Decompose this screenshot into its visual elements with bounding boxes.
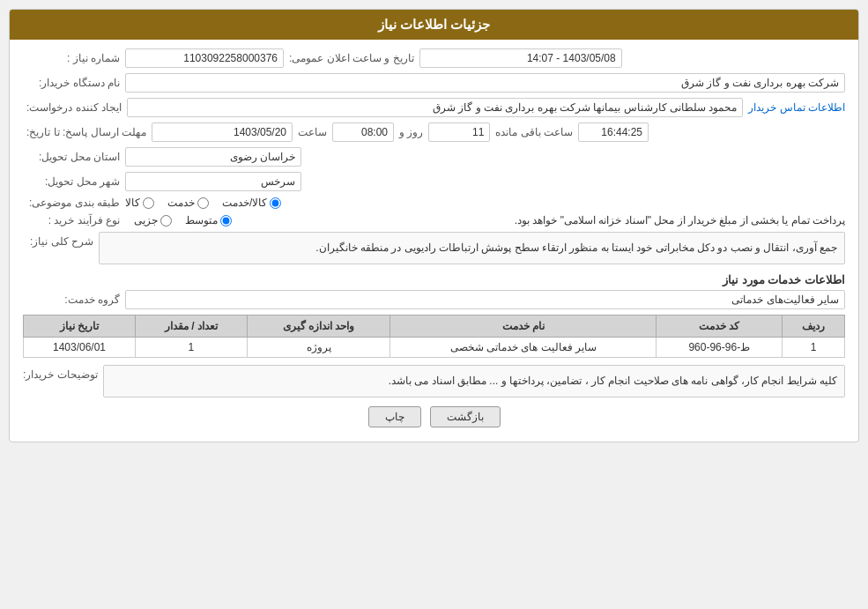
requester-label: ایجاد کننده درخواست: bbox=[23, 101, 122, 114]
reply-days: 11 bbox=[428, 123, 490, 142]
category-radio-group: کالا/خدمت خدمت کالا bbox=[125, 197, 281, 209]
delivery-city-value: سرخس bbox=[125, 172, 301, 191]
reply-deadline-label: مهلت ارسال پاسخ: تا تاریخ: bbox=[23, 126, 146, 138]
service-group-value: سایر فعالیت‌های خدماتی bbox=[125, 290, 845, 309]
request-number-label: شماره نیاز : bbox=[23, 52, 120, 64]
buyer-org-value: شرکت بهره برداری نفت و گاز شرق bbox=[125, 73, 845, 93]
category-option-kala-khadamat[interactable]: کالا/خدمت bbox=[222, 197, 281, 209]
delivery-city-label: شهر محل تحویل: bbox=[23, 175, 120, 188]
col-header-service-code: کد خدمت bbox=[657, 316, 783, 338]
announcement-value: 1403/05/08 - 14:07 bbox=[419, 48, 622, 68]
general-desc-value: جمع آوری، انتقال و نصب دو دکل مخابراتی خ… bbox=[99, 232, 845, 264]
category-label: طبقه بندی موضوعی: bbox=[23, 197, 120, 209]
buyer-notes-label: توضیحات خریدار: bbox=[23, 365, 98, 381]
category-label-kala-khadamat: کالا/خدمت bbox=[222, 197, 267, 209]
back-button[interactable]: بازگشت bbox=[430, 406, 501, 427]
col-header-date: تاریخ نیاز bbox=[24, 316, 136, 338]
purchase-type-radio-medium[interactable] bbox=[220, 215, 232, 227]
col-header-row-num: ردیف bbox=[783, 316, 845, 338]
reply-time: 08:00 bbox=[332, 123, 394, 142]
buyer-notes-value: کلیه شرایط انجام کار، گواهی نامه های صلا… bbox=[103, 365, 845, 397]
purchase-type-option-medium[interactable]: متوسط bbox=[185, 214, 232, 227]
request-number-value: 1103092258000376 bbox=[125, 48, 284, 68]
requester-value: محمود سلطانی کارشناس بیمانها شرکت بهره ب… bbox=[127, 98, 743, 117]
remaining-time: 16:44:25 bbox=[578, 123, 649, 142]
purchase-type-label-medium: متوسط bbox=[185, 214, 218, 227]
reply-date: 1403/05/20 bbox=[152, 123, 293, 142]
category-label-khadamat: خدمت bbox=[167, 197, 195, 209]
general-desc-label: شرح کلی نیاز: bbox=[23, 232, 93, 248]
remaining-label: ساعت باقی مانده bbox=[495, 126, 573, 138]
category-radio-kala[interactable] bbox=[143, 197, 154, 209]
print-button[interactable]: چاپ bbox=[368, 406, 421, 427]
purchase-type-radio-group: متوسط جزیی bbox=[134, 214, 232, 227]
buyer-org-label: نام دستگاه خریدار: bbox=[23, 77, 120, 89]
purchase-type-label-small: جزیی bbox=[134, 214, 158, 227]
contact-info-link[interactable]: اطلاعات تماس خریدار bbox=[748, 101, 845, 114]
col-header-quantity: تعداد / مقدار bbox=[135, 316, 247, 338]
reply-day-label: روز و bbox=[399, 126, 423, 138]
col-header-unit: واحد اندازه گیری bbox=[247, 316, 390, 338]
col-header-service-name: نام خدمت bbox=[390, 316, 657, 338]
category-radio-kala-khadamat[interactable] bbox=[270, 197, 281, 209]
services-table: ردیف کد خدمت نام خدمت واحد اندازه گیری ت… bbox=[23, 315, 845, 358]
service-group-label: گروه خدمت: bbox=[23, 293, 120, 306]
reply-time-label: ساعت bbox=[298, 126, 327, 138]
services-info-title: اطلاعات خدمات مورد نیاز bbox=[23, 273, 845, 286]
delivery-province-label: استان محل تحویل: bbox=[23, 151, 120, 163]
announcement-label: تاریخ و ساعت اعلان عمومی: bbox=[289, 52, 414, 64]
purchase-type-label: نوع فرآیند خرید : bbox=[23, 214, 120, 227]
category-label-kala: کالا bbox=[125, 197, 140, 209]
delivery-province-value: خراسان رضوی bbox=[125, 147, 301, 167]
category-option-kala[interactable]: کالا bbox=[125, 197, 154, 209]
purchase-type-radio-small[interactable] bbox=[160, 215, 172, 227]
page-title: جزئیات اطلاعات نیاز bbox=[10, 10, 858, 40]
category-option-khadamat[interactable]: خدمت bbox=[167, 197, 209, 209]
purchase-type-option-small[interactable]: جزیی bbox=[134, 214, 172, 227]
table-row: 1ط-96-96-960سایر فعالیت های خدماتی شخصیپ… bbox=[24, 338, 845, 358]
category-radio-khadamat[interactable] bbox=[197, 197, 209, 209]
purchase-type-note: پرداخت تمام یا بخشی از مبلغ خریدار از مح… bbox=[237, 214, 845, 227]
